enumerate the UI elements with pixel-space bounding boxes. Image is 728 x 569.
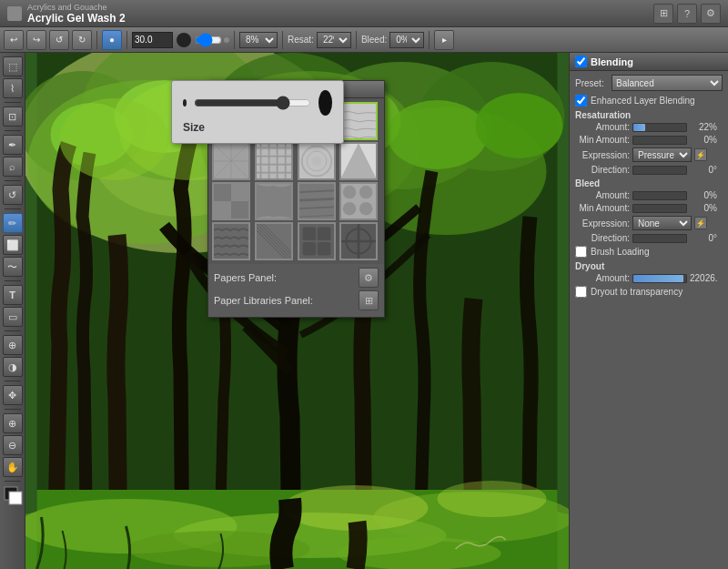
bleed-min-label: Min Amount:: [575, 203, 630, 213]
bleed-amount-label: Amount:: [575, 190, 630, 200]
dryout-amount-slider[interactable]: [632, 274, 687, 283]
min-amount-slider[interactable]: [632, 136, 687, 145]
paint-btn[interactable]: ●: [102, 30, 122, 50]
eraser-tool[interactable]: ⬜: [3, 235, 23, 255]
bleed-min-slider[interactable]: [632, 204, 687, 213]
paper-libraries-btn[interactable]: ⊞: [359, 290, 379, 310]
dryout-transparency-checkbox[interactable]: [575, 286, 587, 298]
bleed-direction-slider[interactable]: [632, 234, 687, 243]
amount-slider[interactable]: [632, 123, 687, 132]
dryout-amount-fill: [633, 275, 683, 282]
texture-cell-10[interactable]: [298, 182, 336, 220]
texture-cell-13[interactable]: [255, 222, 293, 260]
tool-sep5: [5, 280, 21, 281]
expression-label: Expression:: [575, 150, 630, 160]
min-amount-row: Min Amount: 0%: [575, 135, 723, 145]
tool-sep8: [5, 409, 21, 410]
text-tool[interactable]: T: [3, 285, 23, 305]
sep3: [234, 31, 235, 49]
opacity-group: 8%: [239, 32, 278, 48]
direction-slider[interactable]: [632, 166, 687, 175]
opacity-select[interactable]: 8%: [239, 32, 278, 48]
rotate-tool[interactable]: ↺: [3, 185, 23, 205]
dryout-transparency-row: Dryout to transparency: [575, 286, 723, 298]
size-dot-small: [183, 99, 187, 107]
blending-enabled-checkbox[interactable]: [575, 56, 587, 67]
svg-rect-71: [341, 104, 376, 138]
blend-tool[interactable]: ◑: [3, 357, 23, 377]
grid-icon[interactable]: ⊞: [653, 4, 673, 24]
texture-cell-9[interactable]: [255, 182, 293, 220]
texture-cell-7[interactable]: [339, 142, 378, 180]
texture-cell-5[interactable]: [255, 142, 293, 180]
enhanced-layer-label: Enhanced Layer Blending: [591, 96, 695, 106]
texture-cell-4[interactable]: [212, 142, 250, 180]
expression-jog[interactable]: ⚡: [694, 148, 707, 161]
lasso-tool[interactable]: ⌇: [3, 78, 23, 98]
smear-tool[interactable]: 〜: [3, 257, 23, 277]
enhanced-layer-checkbox[interactable]: [575, 95, 587, 107]
transform-tool[interactable]: ✥: [3, 385, 23, 405]
preset-select[interactable]: Balanced: [612, 75, 723, 91]
paint-tool[interactable]: ✏: [3, 213, 23, 233]
zoom-in-tool[interactable]: ⊕: [3, 413, 23, 433]
tool-sep4: [5, 208, 21, 209]
texture-cell-15[interactable]: [339, 222, 378, 260]
eyedropper-tool[interactable]: ✒: [3, 135, 23, 155]
more-btn[interactable]: ▸: [434, 30, 454, 50]
texture-cell-3[interactable]: [339, 102, 378, 140]
bleed-expression-select[interactable]: None: [632, 216, 692, 230]
tool-sep7: [5, 381, 21, 381]
canvas-area[interactable]: Size Paper Textures: [25, 53, 569, 569]
magnifier-tool[interactable]: ⌕: [3, 157, 23, 177]
document-title: Acrylic Gel Wash 2: [27, 12, 126, 25]
bleed-amount-slider[interactable]: [632, 191, 687, 200]
size-circle-sm: [224, 37, 229, 43]
texture-cell-8[interactable]: [212, 182, 250, 220]
texture-cell-14[interactable]: [298, 222, 336, 260]
size-slider-row: [183, 90, 332, 116]
expression-row: Expression: Pressure ⚡: [575, 147, 723, 162]
svg-point-18: [476, 93, 563, 158]
texture-cell-12[interactable]: [212, 222, 250, 260]
size-input[interactable]: [132, 32, 173, 48]
texture-cell-6[interactable]: [298, 142, 336, 180]
foreground-color-swatch[interactable]: [3, 485, 23, 505]
rotate-right-btn[interactable]: ↻: [72, 30, 92, 50]
shape-tool[interactable]: ▭: [3, 307, 23, 327]
dryout-amount-row: Amount: 22026.: [575, 273, 723, 283]
sep6: [429, 31, 430, 49]
app-name: Acrylics and Gouache: [27, 3, 126, 12]
crop-tool[interactable]: ⊡: [3, 107, 23, 127]
selection-tool[interactable]: ⬚: [3, 56, 23, 76]
papers-panel-label: Papers Panel:: [214, 272, 277, 283]
svg-rect-86: [231, 201, 248, 218]
resat-select[interactable]: 22%: [317, 32, 351, 48]
direction-value: 0°: [690, 165, 717, 175]
redo-btn[interactable]: ↪: [26, 30, 46, 50]
papers-panel-btn[interactable]: ⚙: [359, 268, 379, 288]
bleed-expression-jog[interactable]: ⚡: [694, 217, 707, 229]
dryout-amount-label: Amount:: [575, 273, 630, 283]
clone-tool[interactable]: ⊕: [3, 335, 23, 355]
svg-point-96: [343, 202, 356, 215]
rotate-left-btn[interactable]: ↺: [49, 30, 69, 50]
zoom-out-tool[interactable]: ⊖: [3, 435, 23, 455]
size-dot-large: [318, 90, 332, 116]
texture-cell-11[interactable]: [339, 182, 378, 220]
brush-loading-checkbox[interactable]: [575, 246, 587, 258]
bleed-label: Bleed:: [361, 35, 387, 45]
settings-icon[interactable]: ⚙: [701, 4, 721, 24]
size-range-input[interactable]: [194, 96, 311, 110]
hand-tool[interactable]: ✋: [3, 457, 23, 477]
bleed-direction-label: Direction:: [575, 233, 630, 243]
question-icon[interactable]: ?: [677, 4, 697, 24]
bleed-select[interactable]: 0%: [389, 32, 424, 48]
svg-point-27: [438, 481, 547, 517]
size-slider[interactable]: [195, 33, 222, 47]
undo-btn[interactable]: ↩: [4, 30, 24, 50]
expression-select[interactable]: Pressure: [632, 147, 692, 162]
titlebar: Acrylics and Gouache Acrylic Gel Wash 2 …: [0, 0, 728, 27]
bleed-min-value: 0%: [690, 203, 717, 213]
size-group: [132, 32, 229, 48]
